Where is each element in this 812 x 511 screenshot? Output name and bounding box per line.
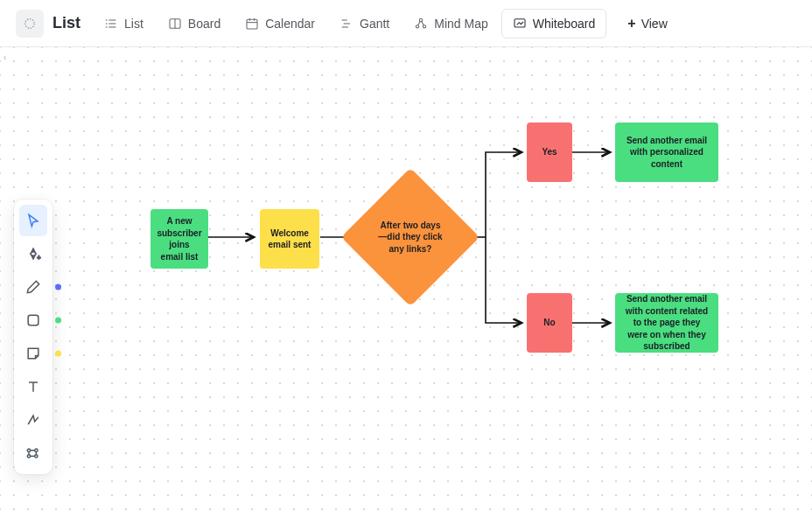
tab-calendar[interactable]: Calendar <box>234 9 326 38</box>
tab-mindmap-label: Mind Map <box>434 17 487 31</box>
node-start-text: A new subscriber joins email list <box>157 215 201 262</box>
tool-sticky[interactable] <box>19 338 47 369</box>
page-title: List <box>52 14 80 32</box>
node-yes-action[interactable]: Send another email with personalized con… <box>615 122 718 182</box>
tool-cursor[interactable] <box>19 205 47 236</box>
add-view-label: View <box>641 17 668 31</box>
svg-point-32 <box>35 455 38 458</box>
node-no-text: No <box>543 317 555 329</box>
node-start[interactable]: A new subscriber joins email list <box>150 209 208 269</box>
node-yes-action-text: Send another email with personalized con… <box>622 135 711 171</box>
node-decision[interactable]: After two days—did they click any links? <box>361 188 459 286</box>
tab-board-label: Board <box>188 17 220 31</box>
title-chip: List <box>16 10 80 38</box>
tool-pen[interactable] <box>19 271 47 303</box>
view-tabs: List Board Calendar Gantt Mind Map White… <box>93 9 606 38</box>
node-yes[interactable]: Yes <box>527 122 572 182</box>
tool-text[interactable] <box>19 371 47 402</box>
tab-whiteboard-label: Whiteboard <box>533 17 596 31</box>
tab-list[interactable]: List <box>93 9 155 38</box>
node-yes-text: Yes <box>542 146 556 158</box>
list-type-icon[interactable] <box>16 10 44 38</box>
node-welcome-text: Welcome email sent <box>267 228 312 251</box>
svg-point-4 <box>106 19 107 20</box>
tab-board[interactable]: Board <box>157 9 232 38</box>
node-welcome[interactable]: Welcome email sent <box>260 209 319 269</box>
svg-point-6 <box>106 26 107 27</box>
node-no[interactable]: No <box>527 293 572 353</box>
svg-rect-9 <box>247 19 257 29</box>
tool-pen-color-dot <box>55 284 61 290</box>
svg-text:+: + <box>37 254 41 262</box>
svg-point-5 <box>106 23 107 24</box>
plus-icon: + <box>627 16 635 32</box>
svg-point-29 <box>27 449 30 452</box>
tab-calendar-label: Calendar <box>265 17 315 31</box>
tab-mindmap[interactable]: Mind Map <box>402 9 499 38</box>
tool-shape-color-dot <box>55 318 61 324</box>
add-view-button[interactable]: + View <box>617 9 677 38</box>
node-decision-text: After two days—did they click any links? <box>361 188 459 286</box>
tab-whiteboard[interactable]: Whiteboard <box>501 9 607 38</box>
topbar: List List Board Calendar Gantt Mind Map … <box>0 0 812 47</box>
tab-list-label: List <box>124 17 144 31</box>
svg-point-31 <box>35 449 38 452</box>
tool-more[interactable] <box>19 438 47 469</box>
tool-shape[interactable] <box>19 304 47 336</box>
tab-gantt[interactable]: Gantt <box>328 9 401 38</box>
svg-point-30 <box>27 455 30 458</box>
svg-rect-26 <box>28 315 38 326</box>
tool-ai[interactable]: + <box>19 238 47 270</box>
tool-connector[interactable] <box>19 404 47 436</box>
svg-point-0 <box>25 18 35 28</box>
node-no-action-text: Send another email with content related … <box>622 293 711 353</box>
tab-gantt-label: Gantt <box>360 17 389 31</box>
tool-sticky-color-dot <box>55 351 61 357</box>
node-no-action[interactable]: Send another email with content related … <box>615 293 718 353</box>
whiteboard-toolbox: + <box>14 200 52 474</box>
whiteboard-canvas[interactable]: A new subscriber joins email list Welcom… <box>0 47 812 511</box>
